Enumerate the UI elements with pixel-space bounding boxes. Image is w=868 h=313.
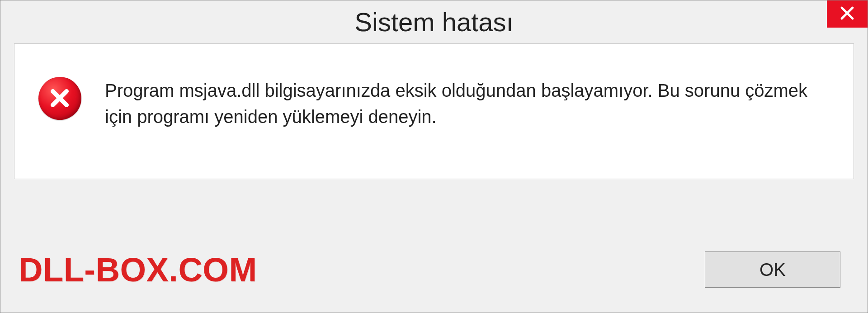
dialog-title: Sistem hatası bbox=[354, 7, 513, 37]
error-dialog: Sistem hatası Program msjava.dll bilgisa… bbox=[0, 0, 868, 313]
error-icon bbox=[37, 76, 82, 121]
titlebar: Sistem hatası bbox=[0, 0, 868, 43]
close-button[interactable] bbox=[827, 0, 868, 28]
ok-button-label: OK bbox=[760, 260, 786, 280]
ok-button[interactable]: OK bbox=[705, 251, 840, 288]
content-panel: Program msjava.dll bilgisayarınızda eksi… bbox=[14, 43, 854, 179]
watermark-text: DLL-BOX.COM bbox=[19, 251, 257, 289]
error-message: Program msjava.dll bilgisayarınızda eksi… bbox=[105, 76, 826, 130]
dialog-footer: DLL-BOX.COM OK bbox=[0, 227, 868, 313]
close-icon bbox=[839, 5, 855, 23]
